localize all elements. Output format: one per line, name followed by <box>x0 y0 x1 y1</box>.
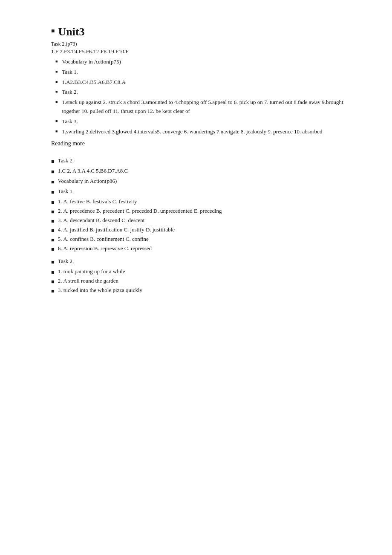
section2-bullet-item2: ■ 2. A. precedence B. precedent C. prece… <box>51 208 358 215</box>
section2-sq14: ■ <box>51 288 55 295</box>
task1-answers: 1.A2.B3.C4.B5.A6.B7.C8.A <box>62 78 126 87</box>
unit-title: ■ Unit3 <box>51 26 358 38</box>
section2-sq9: ■ <box>51 237 55 243</box>
bullet-task1-answers: ■ 1.A2.B3.C4.B5.A6.B7.C8.A <box>55 78 358 87</box>
section2-sq2: ■ <box>51 168 55 175</box>
section2-bullet-item4: ■ 4. A. justified B. justification C. ju… <box>51 226 358 234</box>
section2-sq13: ■ <box>51 278 55 285</box>
section2-bullet-item3: ■ 3. A. descendant B. descend C. descent <box>51 217 358 225</box>
section2-sq4: ■ <box>51 189 55 196</box>
section2-vocab-action: Vocabulary in Action(p86) <box>58 178 117 185</box>
section2-sq7: ■ <box>51 218 55 225</box>
section2-list-item1: ■ 1. took painting up for a while <box>51 268 358 276</box>
section2-item5: 5. A. confines B. confinement C. confine <box>58 236 149 243</box>
section2-task2-label: Task 2. <box>58 157 74 164</box>
task-ref: Task 2.(p73) <box>51 41 358 47</box>
section2-task2-second: ■ Task 2. <box>51 258 358 266</box>
section2-item6: 6. A. repression B. repressive C. repres… <box>58 245 152 252</box>
section2-list-item2: ■ 2. A stroll round the garden <box>51 278 358 285</box>
section2-task2-label2: Task 2. <box>58 258 74 265</box>
bullet-sq-2: ■ <box>55 69 58 74</box>
section2-item3: 3. A. descendant B. descend C. descent <box>58 217 145 224</box>
section2-item4: 4. A. justified B. justification C. just… <box>58 226 175 233</box>
section2-item2: 2. A. precedence B. precedent C. precede… <box>58 208 222 214</box>
bullet-task1-header: ■ Task 1. <box>55 68 358 77</box>
title-bullet: ■ <box>51 28 55 35</box>
bullet-sq-5: ■ <box>55 100 58 104</box>
section2-sq8: ■ <box>51 227 55 234</box>
bullet-task2-header: ■ Task 2. <box>55 88 358 97</box>
task2-answers: 1.stack up against 2. struck a chord 3.a… <box>62 98 358 116</box>
bullet-sq-1: ■ <box>55 59 58 64</box>
section2-bullet2: ■ 1.C 2. A 3.A 4.C 5.B6.D7.A8.C <box>51 168 358 175</box>
section2-sq5: ■ <box>51 199 55 206</box>
section2-list-content1: 1. took painting up for a while <box>58 268 125 275</box>
bullet-task3-header: ■ Task 3. <box>55 117 358 126</box>
section2-list-item3: ■ 3. tucked into the whole pizza quickly <box>51 287 358 295</box>
task2-header: Task 2. <box>62 88 78 97</box>
title-text: Unit3 <box>58 26 84 38</box>
section2-bullet-item6: ■ 6. A. repression B. repressive C. repr… <box>51 245 358 253</box>
section2-bullet-item5: ■ 5. A. confines B. confinement C. confi… <box>51 236 358 243</box>
bullet-sq-3: ■ <box>55 80 58 84</box>
section2-bullet3: ■ Vocabulary in Action(p86) <box>51 178 358 185</box>
section2-sq10: ■ <box>51 246 55 253</box>
section2-sq6: ■ <box>51 208 55 215</box>
section2-item1: 1. A. festive B. festivals C. festivity <box>58 198 137 205</box>
section2-task1-label: Task 1. <box>58 188 74 195</box>
bullet-task3-answers: ■ 1.swirling 2.delivered 3.glowed 4.inte… <box>55 127 358 136</box>
section2-list-content3: 3. tucked into the whole pizza quickly <box>58 287 142 294</box>
reading-more: Reading more <box>51 140 358 147</box>
bullet-sq-4: ■ <box>55 90 58 94</box>
section2-task2-answers: 1.C 2. A 3.A 4.C 5.B6.D7.A8.C <box>58 168 128 174</box>
section2-sq12: ■ <box>51 269 55 276</box>
task3-answers: 1.swirling 2.delivered 3.glowed 4.interv… <box>62 127 322 136</box>
section2-sq3: ■ <box>51 179 55 185</box>
answer-line-1: 1.F 2.F3.T4.F5.F6.T7.F8.T9.F10.F <box>51 48 358 55</box>
bullet-vocab: ■ Vocabulary in Action(p75) <box>55 58 358 66</box>
section2-bullet-item1: ■ 1. A. festive B. festivals C. festivit… <box>51 198 358 206</box>
bullet-task2-answers: ■ 1.stack up against 2. struck a chord 3… <box>55 98 358 116</box>
bullet-sq-6: ■ <box>55 119 58 123</box>
bullet-sq-7: ■ <box>55 129 58 133</box>
section2-sq1: ■ <box>51 158 55 165</box>
section2-sq11: ■ <box>51 259 55 266</box>
task3-header: Task 3. <box>62 117 78 126</box>
vocab-label: Vocabulary in Action(p75) <box>62 58 121 66</box>
section2-bullet4: ■ Task 1. <box>51 188 358 196</box>
section2-list-content2: 2. A stroll round the garden <box>58 278 118 284</box>
task1-header: Task 1. <box>62 68 78 77</box>
section2-bullet1: ■ Task 2. <box>51 157 358 165</box>
